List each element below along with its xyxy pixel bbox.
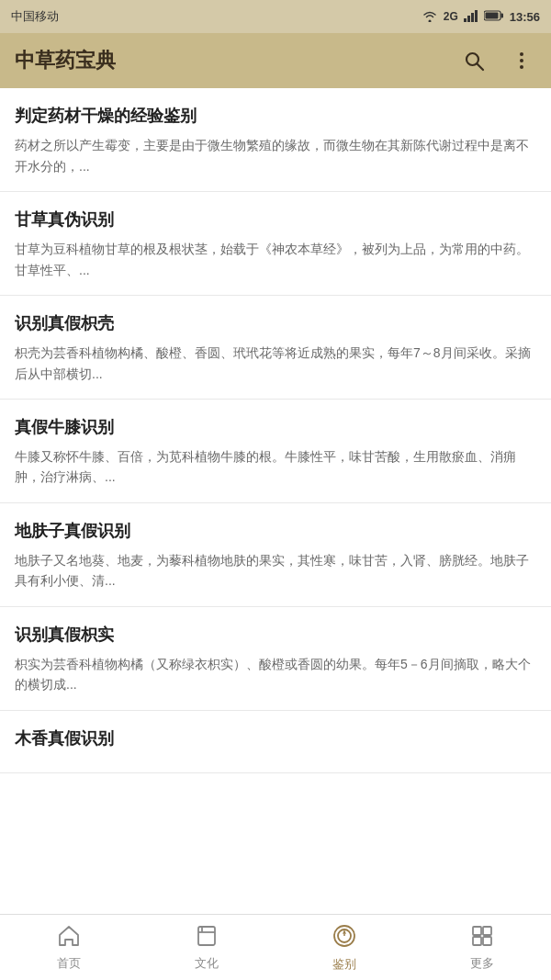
list-item-title: 识别真假枳实 [15,624,536,647]
carrier-label: 中国移动 [11,8,59,25]
nav-label-home: 首页 [57,955,81,972]
article-list: 判定药材干燥的经验鉴别药材之所以产生霉变，主要是由于微生物繁殖的缘故，而微生物在… [0,88,551,914]
svg-rect-6 [485,12,498,18]
wifi-icon [422,9,438,25]
svg-rect-12 [198,927,215,945]
home-icon [57,924,81,952]
nav-item-home[interactable]: 首页 [0,915,138,980]
nav-item-culture[interactable]: 文化 [138,915,276,980]
list-item-desc: 枳壳为芸香科植物构橘、酸橙、香圆、玳玳花等将近成熟的果实，每年7～8月间采收。采… [15,343,536,384]
list-item-title: 识别真假枳壳 [15,312,536,335]
search-button[interactable] [459,46,489,75]
svg-line-8 [478,64,484,71]
nav-label-culture: 文化 [195,955,219,972]
list-item-title: 判定药材干燥的经验鉴别 [15,105,536,128]
list-item-desc: 地肤子又名地葵、地麦，为藜科植物地肤的果实，其性寒，味甘苦，入肾、膀胱经。地肤子… [15,550,536,591]
list-item[interactable]: 识别真假枳实枳实为芸香科植物构橘（又称绿衣枳实）、酸橙或香圆的幼果。每年5－6月… [0,607,551,711]
nav-label-identify: 鉴别 [332,956,356,973]
nav-item-identify[interactable]: 鉴别 [276,915,413,980]
search-icon [463,50,485,72]
nav-label-more: 更多 [470,955,494,972]
status-bar: 中国移动 2G 13:56 [0,0,551,33]
list-item[interactable]: 木香真假识别 [0,711,551,773]
list-item[interactable]: 识别真假枳壳枳壳为芸香科植物构橘、酸橙、香圆、玳玳花等将近成熟的果实，每年7～8… [0,296,551,400]
svg-point-9 [520,52,523,56]
header-icons [459,46,536,75]
list-item-desc: 甘草为豆科植物甘草的根及根状茎，始载于《神农本草经》，被列为上品，为常用的中药。… [15,239,536,280]
svg-rect-1 [467,16,470,22]
network-label: 2G [444,10,458,23]
list-item[interactable]: 判定药材干燥的经验鉴别药材之所以产生霉变，主要是由于微生物繁殖的缘故，而微生物在… [0,88,551,192]
time-label: 13:56 [510,10,540,24]
bookmark-icon [195,924,219,952]
svg-point-10 [520,59,523,62]
signal-icon [464,9,478,25]
battery-icon [484,10,504,24]
more-vertical-icon [511,50,533,72]
svg-rect-3 [475,10,478,22]
list-item-desc: 药材之所以产生霉变，主要是由于微生物繁殖的缘故，而微生物在其新陈代谢过程中是离不… [15,135,536,176]
list-item-title: 甘草真伪识别 [15,208,536,231]
grid-icon [470,924,494,952]
app-title: 中草药宝典 [15,47,116,74]
svg-rect-19 [483,927,491,935]
list-item-desc: 牛膝又称怀牛膝、百倍，为苋科植物牛膝的根。牛膝性平，味甘苦酸，生用散瘀血、消痈肿… [15,446,536,488]
status-right: 2G 13:56 [422,9,540,25]
more-button[interactable] [507,46,536,75]
list-item-title: 木香真假识别 [15,727,536,750]
svg-rect-2 [471,13,474,22]
list-item[interactable]: 真假牛膝识别牛膝又称怀牛膝、百倍，为苋科植物牛膝的根。牛膝性平，味甘苦酸，生用散… [0,400,551,503]
list-item-title: 地肤子真假识别 [15,520,536,543]
list-item-title: 真假牛膝识别 [15,416,536,439]
svg-rect-0 [464,18,467,22]
svg-rect-21 [483,937,491,945]
nav-item-more[interactable]: 更多 [413,915,551,980]
list-item[interactable]: 地肤子真假识别地肤子又名地葵、地麦，为藜科植物地肤的果实，其性寒，味甘苦，入肾、… [0,503,551,607]
list-item-desc: 枳实为芸香科植物构橘（又称绿衣枳实）、酸橙或香圆的幼果。每年5－6月间摘取，略大… [15,654,536,695]
identify-icon [332,923,357,952]
svg-point-11 [520,65,523,69]
list-item[interactable]: 甘草真伪识别甘草为豆科植物甘草的根及根状茎，始载于《神农本草经》，被列为上品，为… [0,192,551,296]
svg-rect-5 [500,13,503,17]
app-header: 中草药宝典 [0,33,551,88]
bottom-navigation: 首页 文化 鉴别 [0,914,551,980]
svg-rect-18 [473,927,481,935]
svg-rect-20 [473,937,481,945]
